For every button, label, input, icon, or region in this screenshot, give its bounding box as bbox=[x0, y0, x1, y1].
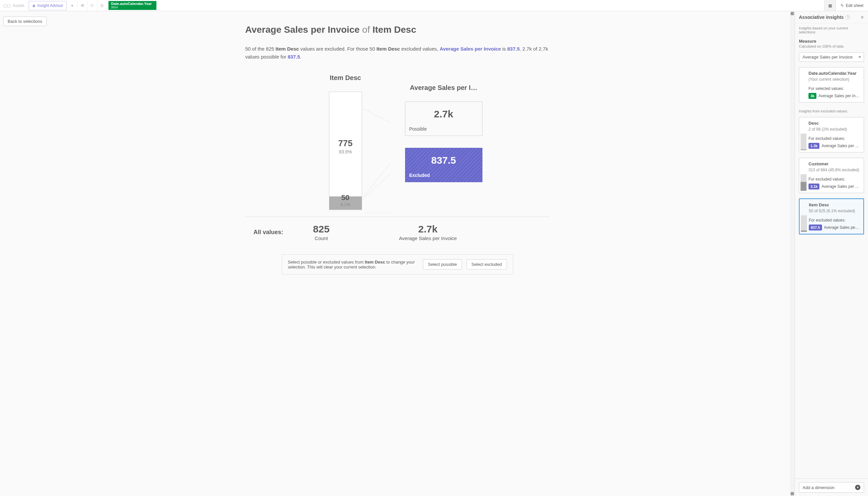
total-count: 825 Count bbox=[313, 223, 330, 241]
description-text: 50 of the 825 Item Desc values are exclu… bbox=[245, 45, 549, 61]
value-link-1[interactable]: 837.5 bbox=[507, 46, 520, 51]
selection-field: Date.autoCalendar.Year bbox=[111, 2, 152, 6]
current-selection-card[interactable]: Date.autoCalendar.Year (Your current sel… bbox=[799, 67, 864, 103]
card-badge: 3k bbox=[808, 93, 817, 99]
selections-tool-button[interactable]: ▦ bbox=[824, 0, 836, 11]
select-excluded-button[interactable]: Select excluded bbox=[467, 259, 507, 269]
insight-card-desc[interactable]: Desc 2 of 98 (2% excluded) For excluded … bbox=[799, 117, 864, 152]
scroll-down-icon[interactable] bbox=[791, 492, 794, 495]
chart-area: Item Desc 775 93.9% 50 6.1% bbox=[245, 74, 549, 210]
add-dimension-button[interactable]: Add a dimension + bbox=[799, 482, 864, 493]
dimension-column-title: Item Desc bbox=[312, 74, 378, 82]
value-link-2[interactable]: 837.5 bbox=[288, 54, 300, 60]
title-dimension: Item Desc bbox=[372, 25, 416, 35]
all-values-label: All values: bbox=[254, 229, 283, 236]
insight-advisor-button[interactable]: ◈ Insight Advisor bbox=[29, 1, 67, 10]
card-for: For selected values: bbox=[808, 86, 861, 91]
assets-button[interactable]: ▢▢ Assets bbox=[0, 0, 28, 11]
help-icon[interactable]: ? bbox=[846, 15, 850, 19]
title-measure: Average Sales per Invoice bbox=[245, 25, 360, 35]
layout-icon: ▢▢ bbox=[3, 3, 11, 8]
excluded-segment: 50 6.1% bbox=[329, 197, 362, 210]
title-of: of bbox=[360, 25, 373, 35]
kpi-possible: 2.7k Possible bbox=[405, 102, 482, 136]
spark-icon bbox=[801, 130, 806, 150]
back-to-selections-button[interactable]: Back to selections bbox=[3, 17, 47, 26]
page-title: Average Sales per Invoice of Item Desc bbox=[245, 25, 549, 35]
add-dimension-label: Add a dimension bbox=[803, 485, 835, 490]
smart-search-icon[interactable]: ⌖ bbox=[67, 0, 77, 11]
measure-section-sub: Calculated on 100% of data bbox=[795, 44, 868, 50]
insight-card-customer[interactable]: Customer 313 of 684 (45.8% excluded) For… bbox=[799, 158, 864, 193]
scrollbar[interactable] bbox=[790, 11, 795, 496]
breakdown-bar: 775 93.9% 50 6.1% bbox=[329, 92, 362, 210]
top-toolbar: ▢▢ Assets ◈ Insight Advisor ⌖ ⟲ ⟳ ✕⃝ Dat… bbox=[0, 0, 868, 11]
insight-advisor-label: Insight Advisor bbox=[37, 3, 63, 8]
measure-section-title: Measure bbox=[795, 35, 868, 44]
spark-icon bbox=[801, 212, 807, 232]
step-back-icon[interactable]: ⟲ bbox=[77, 0, 87, 11]
associative-insights-panel: Associative insights ? ✕ Insights based … bbox=[795, 11, 868, 496]
excluded-header: Insights from excluded values: bbox=[795, 105, 868, 114]
action-box: Select possible or excluded values from … bbox=[282, 254, 513, 275]
measure-link[interactable]: Average Sales per Invoice bbox=[439, 46, 501, 51]
divider bbox=[245, 217, 549, 217]
spark-icon bbox=[801, 171, 806, 191]
card-measure: Average Sales per In… bbox=[818, 94, 861, 98]
measure-select[interactable]: Average Sales per Invoice bbox=[799, 52, 864, 62]
clear-selections-icon[interactable]: ✕⃝ bbox=[97, 0, 107, 11]
all-values-row: All values: 825 Count 2.7k Average Sales… bbox=[245, 223, 549, 241]
edit-sheet-label: Edit sheet bbox=[846, 3, 863, 8]
insight-icon: ◈ bbox=[32, 3, 35, 8]
kpi-excluded: 837.5 Excluded bbox=[405, 148, 482, 182]
included-label: 775 93.9% bbox=[329, 138, 362, 154]
selection-value: 2014 bbox=[111, 6, 152, 9]
edit-sheet-button[interactable]: ✎ Edit sheet bbox=[836, 0, 868, 11]
panel-subtitle: Insights based on your current selection… bbox=[795, 24, 868, 35]
action-text: Select possible or excluded values from … bbox=[288, 260, 419, 269]
assets-label: Assets bbox=[13, 3, 25, 8]
insight-card-item-desc[interactable]: Item Desc 50 of 825 (6.1% excluded) For … bbox=[799, 198, 864, 234]
select-possible-button[interactable]: Select possible bbox=[423, 259, 462, 269]
pencil-icon: ✎ bbox=[840, 3, 844, 8]
total-measure: 2.7k Average Sales per Invoice bbox=[399, 223, 457, 241]
measure-column-title: Average Sales per I… bbox=[405, 84, 482, 92]
panel-title: Associative insights bbox=[799, 15, 843, 20]
close-icon[interactable]: ✕ bbox=[861, 15, 864, 20]
card-title: Date.autoCalendar.Year bbox=[808, 71, 861, 76]
selection-tag[interactable]: Date.autoCalendar.Year 2014 bbox=[108, 1, 156, 10]
card-meta: (Your current selection) bbox=[808, 77, 861, 82]
grid-icon: ▦ bbox=[828, 3, 832, 8]
plus-icon: + bbox=[855, 485, 861, 490]
step-forward-icon: ⟳ bbox=[87, 0, 97, 11]
main-area: Back to selections Average Sales per Inv… bbox=[0, 11, 795, 496]
scroll-up-icon[interactable] bbox=[791, 12, 794, 15]
